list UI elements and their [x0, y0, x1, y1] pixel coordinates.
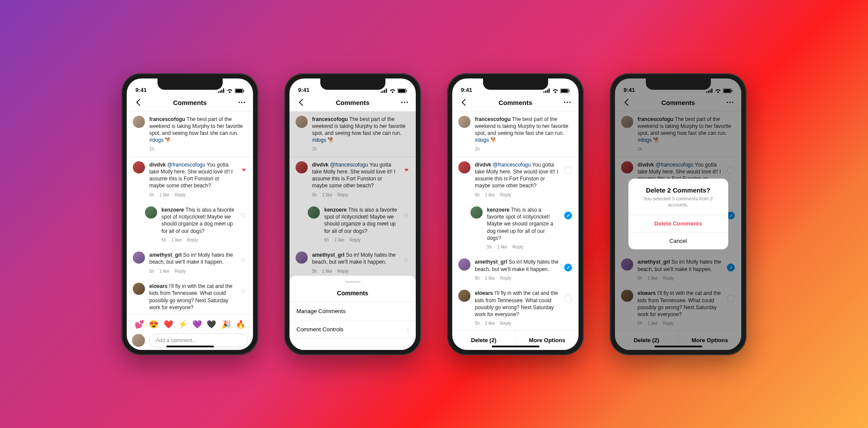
- comment-row[interactable]: eloears I'll fly in with the cat and the…: [452, 285, 579, 330]
- caption-user[interactable]: francescofogu: [149, 116, 185, 122]
- avatar[interactable]: [296, 252, 308, 264]
- modal-overlay[interactable]: Delete 2 Comments? You selected 3 commen…: [615, 78, 741, 350]
- comment-likes[interactable]: 1 like: [485, 275, 495, 281]
- emoji-quick-button[interactable]: ⚡: [178, 320, 187, 329]
- like-button[interactable]: ♡: [403, 206, 410, 218]
- comment-row[interactable]: kenzoere This is also a favorite spot of…: [452, 202, 579, 254]
- emoji-quick-button[interactable]: 🖤: [207, 320, 216, 329]
- emoji-quick-button[interactable]: ❤️: [164, 320, 173, 329]
- select-button[interactable]: [564, 161, 572, 174]
- comment-reply[interactable]: Reply: [174, 268, 186, 274]
- emoji-quick-button[interactable]: 💕: [135, 320, 144, 329]
- avatar[interactable]: [296, 161, 308, 173]
- comment-likes[interactable]: 1 like: [159, 192, 169, 198]
- sheet-item-controls[interactable]: Comment Controls›: [289, 320, 416, 339]
- comment-user[interactable]: eloears: [149, 283, 168, 289]
- comment-row[interactable]: eloears I'll fly in with the cat and the…: [127, 278, 253, 314]
- avatar[interactable]: [133, 161, 145, 173]
- avatar[interactable]: [308, 206, 320, 219]
- comment-user[interactable]: divdvk: [312, 162, 329, 168]
- select-button[interactable]: [564, 290, 572, 303]
- caption-user[interactable]: francescofogu: [312, 116, 348, 122]
- comment-row[interactable]: kenzoere This is also a favorite spot of…: [127, 202, 253, 247]
- like-button[interactable]: ♡: [240, 283, 247, 294]
- back-button[interactable]: [133, 99, 143, 106]
- caption-hashtag[interactable]: #dogs: [475, 137, 489, 143]
- comment-row[interactable]: amethyst_grl So in! Molly hates the beac…: [127, 247, 253, 278]
- emoji-quick-button[interactable]: 😍: [149, 320, 158, 329]
- avatar[interactable]: [133, 283, 145, 295]
- comment-likes[interactable]: 1 like: [485, 320, 495, 327]
- like-button[interactable]: ♡: [240, 252, 247, 263]
- caption-hashtag[interactable]: #dogs: [149, 137, 164, 143]
- comment-user[interactable]: amethyst_grl: [312, 252, 345, 258]
- comment-likes[interactable]: 1 like: [497, 244, 507, 250]
- comment-likes[interactable]: 1 like: [322, 268, 332, 274]
- caption-user[interactable]: francescofogu: [475, 116, 511, 122]
- modal-delete-button[interactable]: Delete Comments: [628, 215, 728, 232]
- more-button[interactable]: [562, 101, 572, 103]
- comment-likes[interactable]: 1 like: [171, 237, 181, 243]
- avatar[interactable]: [145, 206, 157, 219]
- comment-reply[interactable]: Reply: [500, 192, 511, 198]
- composer-avatar[interactable]: [132, 334, 145, 347]
- caption-hashtag[interactable]: #dogs: [312, 137, 326, 143]
- avatar[interactable]: [296, 116, 308, 128]
- like-button[interactable]: ❤: [240, 161, 247, 173]
- comment-user[interactable]: eloears: [475, 290, 493, 296]
- comment-likes[interactable]: 1 like: [485, 192, 495, 198]
- more-button[interactable]: [237, 101, 247, 103]
- sheet-handle[interactable]: [345, 281, 361, 283]
- comment-reply[interactable]: Reply: [174, 192, 186, 198]
- avatar[interactable]: [133, 116, 145, 128]
- emoji-quick-button[interactable]: 🎉: [221, 320, 231, 329]
- avatar[interactable]: [458, 116, 470, 128]
- comment-likes[interactable]: 1 like: [159, 268, 169, 274]
- comment-user[interactable]: divdvk: [475, 162, 491, 168]
- comment-user[interactable]: amethyst_grl: [475, 259, 507, 265]
- back-button[interactable]: [296, 99, 306, 106]
- comment-likes[interactable]: 1 like: [159, 314, 169, 314]
- comment-reply[interactable]: Reply: [337, 268, 349, 274]
- avatar[interactable]: [470, 206, 483, 219]
- comment-reply[interactable]: Reply: [187, 237, 198, 243]
- more-button[interactable]: [399, 101, 410, 103]
- home-indicator[interactable]: [166, 346, 214, 347]
- avatar[interactable]: [458, 290, 470, 302]
- like-button[interactable]: ♡: [240, 206, 247, 218]
- modal-cancel-button[interactable]: Cancel: [628, 232, 728, 249]
- select-button[interactable]: [564, 206, 572, 219]
- comment-likes[interactable]: 1 like: [322, 192, 332, 198]
- emoji-quick-button[interactable]: 🔥: [236, 320, 245, 329]
- back-button[interactable]: [458, 99, 469, 106]
- avatar[interactable]: [458, 161, 470, 173]
- comment-mention[interactable]: @francescofogu: [493, 162, 531, 168]
- emoji-quick-button[interactable]: 💜: [192, 320, 202, 329]
- comment-user[interactable]: kenzoere: [487, 207, 510, 213]
- comment-user[interactable]: amethyst_grl: [149, 252, 182, 258]
- comment-row[interactable]: divdvk @francescofogu You gotta take Mol…: [127, 157, 253, 202]
- avatar[interactable]: [458, 258, 470, 271]
- comment-row[interactable]: divdvk @francescofogu You gotta take Mol…: [289, 157, 416, 202]
- comment-row[interactable]: amethyst_grl So in! Molly hates the beac…: [452, 254, 579, 285]
- select-button[interactable]: [564, 258, 572, 271]
- comment-user[interactable]: kenzoere: [161, 207, 184, 213]
- comment-reply[interactable]: Reply: [500, 275, 511, 281]
- comment-user[interactable]: kenzoere: [324, 207, 347, 213]
- comment-row[interactable]: kenzoere This is also a favorite spot of…: [289, 202, 416, 247]
- comment-reply[interactable]: Reply: [174, 314, 186, 314]
- comment-mention[interactable]: @francescofogu: [167, 162, 205, 168]
- comment-reply[interactable]: Reply: [349, 237, 361, 243]
- comment-row[interactable]: amethyst_grl So in! Molly hates the beac…: [289, 247, 416, 278]
- home-indicator[interactable]: [492, 346, 539, 347]
- like-button[interactable]: ❤: [403, 161, 410, 173]
- like-button[interactable]: ♡: [403, 252, 410, 263]
- sheet-item-manage[interactable]: Manage Comments: [289, 302, 416, 320]
- comment-user[interactable]: divdvk: [149, 162, 166, 168]
- comment-mention[interactable]: @francescofogu: [330, 162, 368, 168]
- comment-reply[interactable]: Reply: [337, 192, 349, 198]
- comment-row[interactable]: divdvk @francescofogu You gotta take Mol…: [452, 157, 579, 202]
- comment-likes[interactable]: 1 like: [334, 237, 344, 243]
- comment-reply[interactable]: Reply: [500, 320, 511, 327]
- avatar[interactable]: [133, 252, 145, 264]
